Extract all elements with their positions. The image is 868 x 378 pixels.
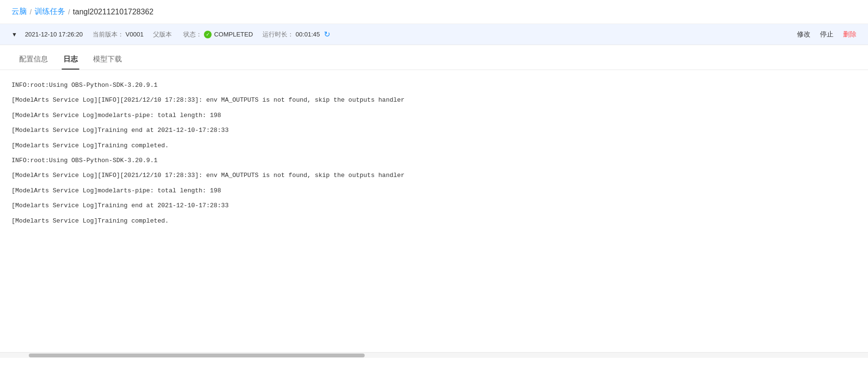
- log-line: [12, 181, 856, 185]
- status-item: 状态： ✓ COMPLETED: [183, 30, 253, 39]
- log-line: [12, 151, 856, 155]
- task-datetime: 2021-12-10 17:26:20: [25, 31, 83, 38]
- tabs-container: 配置信息 日志 模型下载: [0, 49, 868, 70]
- status-label: 状态：: [183, 30, 202, 39]
- breadcrumb-sep2: /: [68, 8, 70, 16]
- log-content[interactable]: INFO:root:Using OBS-Python-SDK-3.20.9.1[…: [0, 70, 868, 352]
- horizontal-scrollbar[interactable]: [0, 352, 868, 358]
- log-line: INFO:root:Using OBS-Python-SDK-3.20.9.1: [12, 80, 856, 91]
- task-header: ▼ 2021-12-10 17:26:20 当前版本： V0001 父版本 状态…: [0, 24, 868, 45]
- datetime-item: 2021-12-10 17:26:20: [25, 31, 83, 38]
- runtime-item: 运行时长： 00:01:45 ↻: [262, 30, 330, 39]
- parent-version-item: 父版本: [153, 30, 174, 39]
- tab-model[interactable]: 模型下载: [85, 49, 130, 70]
- log-line: [12, 106, 856, 110]
- edit-button[interactable]: 修改: [797, 30, 810, 39]
- log-line: [12, 121, 856, 125]
- breadcrumb-cloud[interactable]: 云脑: [12, 7, 27, 17]
- log-line: [Modelarts Service Log]Training complete…: [12, 140, 856, 151]
- log-line: [ModelArts Service Log]modelarts-pipe: t…: [12, 185, 856, 196]
- task-header-left: ▼ 2021-12-10 17:26:20 当前版本： V0001 父版本 状态…: [12, 30, 797, 39]
- log-line: [12, 166, 856, 170]
- refresh-icon[interactable]: ↻: [324, 30, 330, 39]
- log-line: [12, 212, 856, 215]
- log-line: [12, 136, 856, 140]
- task-header-actions: 修改 停止 删除: [797, 30, 856, 39]
- chevron-down-icon[interactable]: ▼: [12, 31, 17, 38]
- breadcrumb-training[interactable]: 训练任务: [35, 7, 65, 17]
- breadcrumb-task: tangl202112101728362: [73, 8, 154, 16]
- log-line: [ModelArts Service Log]modelarts-pipe: t…: [12, 110, 856, 121]
- status-text: COMPLETED: [214, 31, 253, 38]
- breadcrumb: 云脑 / 训练任务 / tangl202112101728362: [0, 0, 868, 24]
- log-line: [Modelarts Service Log]Training end at 2…: [12, 125, 856, 136]
- horizontal-scrollbar-thumb[interactable]: [29, 354, 365, 357]
- task-meta: 2021-12-10 17:26:20 当前版本： V0001 父版本 状态： …: [25, 30, 330, 39]
- log-line: [12, 91, 856, 94]
- log-line: INFO:root:Using OBS-Python-SDK-3.20.9.1: [12, 155, 856, 166]
- delete-button[interactable]: 删除: [843, 30, 856, 39]
- log-line: [Modelarts Service Log]Training complete…: [12, 215, 856, 226]
- tab-config[interactable]: 配置信息: [12, 49, 56, 70]
- log-line: [Modelarts Service Log]Training end at 2…: [12, 200, 856, 211]
- current-version-value: V0001: [126, 31, 144, 38]
- current-version-label: 当前版本：: [93, 30, 124, 39]
- log-line: [ModelArts Service Log][INFO][2021/12/10…: [12, 170, 856, 181]
- stop-button[interactable]: 停止: [820, 30, 833, 39]
- tab-log[interactable]: 日志: [56, 49, 85, 70]
- log-line: [12, 196, 856, 200]
- breadcrumb-sep1: /: [30, 8, 32, 16]
- runtime-value: 00:01:45: [296, 31, 320, 38]
- current-version-item: 当前版本： V0001: [93, 30, 144, 39]
- parent-version-label: 父版本: [153, 30, 172, 39]
- log-line: [ModelArts Service Log][INFO][2021/12/10…: [12, 94, 856, 106]
- status-badge: ✓ COMPLETED: [204, 31, 253, 38]
- completed-icon: ✓: [204, 31, 212, 38]
- runtime-label: 运行时长：: [262, 30, 294, 39]
